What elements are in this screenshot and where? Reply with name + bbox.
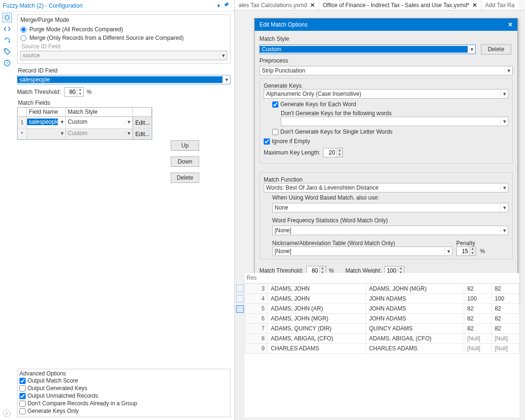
- pin-icon[interactable]: [222, 2, 231, 9]
- spin-up-icon[interactable]: ▲: [77, 88, 83, 92]
- nickname-value: [None]: [273, 248, 444, 255]
- penalty-input[interactable]: [457, 247, 469, 256]
- row1-edit-button[interactable]: Edit...: [133, 117, 152, 128]
- col-match-style: Match Style: [66, 108, 133, 116]
- dont-generate-dropdown[interactable]: ▾: [281, 117, 508, 126]
- source-id-value: source: [21, 52, 219, 59]
- when-word-dropdown[interactable]: None ▾: [272, 203, 508, 212]
- max-key-length-spinner[interactable]: ▲▼: [323, 148, 343, 157]
- panel-header: Fuzzy Match (2) - Configuration ▾: [0, 0, 234, 11]
- table-row[interactable]: 3ADAMS, JOHNADAMS, JOHN (MGR)8282: [245, 284, 519, 294]
- chevron-down-icon[interactable]: ▾: [500, 118, 508, 125]
- match-function-dropdown[interactable]: Words: Best Of Jaro & Levenshtein Distan…: [264, 183, 508, 192]
- chevron-down-icon[interactable]: ▾: [58, 130, 65, 137]
- cell-a: CHARLES ADAMS: [268, 344, 366, 354]
- table-row[interactable]: 6ADAMS, JOHN (MGR)JOHN ADAMS8282: [245, 314, 519, 324]
- row2-style-value: Custom: [66, 130, 125, 137]
- row-number: 3: [245, 284, 268, 294]
- row1-style-dropdown[interactable]: Custom ▾: [66, 117, 132, 127]
- spin-up-icon[interactable]: ▲: [398, 266, 404, 271]
- spin-up-icon[interactable]: ▲: [336, 148, 342, 153]
- chevron-down-icon[interactable]: ▾: [500, 227, 508, 234]
- purge-radio-input[interactable]: [20, 27, 27, 33]
- row2-style-dropdown[interactable]: Custom ▾: [66, 128, 132, 138]
- cell-c: 82: [464, 284, 492, 294]
- collapse-icon[interactable]: ▾: [215, 2, 222, 9]
- refresh-icon[interactable]: [3, 36, 11, 45]
- max-key-length-input[interactable]: [323, 148, 336, 157]
- nickname-dropdown[interactable]: [None] ▾: [272, 247, 452, 256]
- cell-b: JOHN ADAMS: [366, 294, 464, 304]
- table-row[interactable]: 5ADAMS, JOHN (AR)JOHN ADAMS8282: [245, 304, 519, 314]
- tab-add-tax-rate[interactable]: Add Tax Ra: [481, 0, 518, 10]
- spin-up-icon[interactable]: ▲: [320, 266, 326, 271]
- preprocess-dropdown[interactable]: Strip Punctuation ▾: [259, 66, 513, 75]
- chevron-down-icon[interactable]: ▾: [125, 119, 132, 125]
- merge-label: Merge (Only Records from a Different Sou…: [29, 35, 184, 41]
- up-button[interactable]: Up: [171, 140, 199, 151]
- close-icon[interactable]: ✕: [472, 2, 477, 9]
- down-button[interactable]: Down: [171, 156, 199, 167]
- record-id-dropdown[interactable]: salespeople ▾: [17, 75, 230, 84]
- results-view-1-icon[interactable]: [236, 284, 244, 292]
- spin-up-icon[interactable]: ▲: [470, 247, 476, 251]
- row1-field-dropdown[interactable]: salespeople ▾: [27, 117, 65, 127]
- table-row[interactable]: 7ADAMS, QUINCY (DIR)QUINCY ADAMS8282: [245, 324, 519, 334]
- merge-purge-group: Merge/Purge Mode Purge Mode (All Records…: [17, 14, 230, 64]
- spin-down-icon[interactable]: ▼: [336, 153, 342, 157]
- match-style-dropdown[interactable]: Custom ▾: [259, 45, 476, 54]
- chevron-down-icon[interactable]: ▾: [444, 248, 452, 255]
- dont-compare-group-checkbox[interactable]: Don't Compare Records Already in a Group: [19, 400, 228, 407]
- table-row[interactable]: 9CHARLES ADAMSCHARLES ADAMS[Null][Null]: [245, 344, 519, 354]
- merge-radio-input[interactable]: [20, 35, 27, 41]
- output-generated-keys-checkbox[interactable]: Output Generated Keys: [19, 384, 228, 392]
- generate-keys-dropdown[interactable]: Alphanumeric Only (Case Insensitive) ▾: [264, 89, 508, 99]
- chevron-down-icon[interactable]: ▾: [58, 119, 65, 125]
- row2-edit-button[interactable]: Edit...: [133, 128, 152, 139]
- config-body: Merge/Purge Mode Purge Mode (All Records…: [14, 11, 234, 420]
- chevron-down-icon[interactable]: ▾: [500, 91, 508, 97]
- help-icon[interactable]: ?: [3, 59, 11, 67]
- cell-d: [Null]: [492, 334, 519, 344]
- row2-field-dropdown[interactable]: ▾: [27, 128, 65, 138]
- close-icon[interactable]: ✕: [310, 2, 315, 9]
- table-row[interactable]: 8ADAMS, ABIGAIL (CFO)ADAMS, ABIGAIL (CFO…: [245, 334, 519, 344]
- results-view-3-icon[interactable]: [236, 305, 244, 313]
- code-icon[interactable]: [3, 25, 11, 33]
- tag-icon[interactable]: [3, 47, 11, 56]
- gear-icon[interactable]: [3, 13, 11, 22]
- chevron-down-icon[interactable]: ▾: [500, 204, 508, 211]
- table-row[interactable]: 4ADAMS, JOHNJOHN ADAMS100100: [245, 294, 519, 304]
- output-unmatched-checkbox[interactable]: Output Unmatched Records: [19, 392, 228, 400]
- match-threshold-spinner[interactable]: ▲▼: [64, 87, 84, 97]
- max-key-length-label: Maximum Key Length:: [264, 149, 320, 156]
- chevron-down-icon[interactable]: ▾: [500, 184, 508, 191]
- cell-a: ADAMS, ABIGAIL (CFO): [268, 334, 366, 344]
- validate-icon[interactable]: ✓: [3, 410, 10, 417]
- word-freq-dropdown[interactable]: [None] ▾: [272, 226, 508, 235]
- gen-each-word-checkbox[interactable]: Generate Keys for Each Word: [272, 100, 508, 108]
- merge-mode-radio[interactable]: Merge (Only Records from a Different Sou…: [20, 34, 227, 42]
- penalty-spinner[interactable]: ▲▼: [456, 247, 476, 256]
- output-match-score-checkbox[interactable]: Output Match Score: [19, 377, 228, 384]
- single-letter-checkbox[interactable]: Don't Generate Keys for Single Letter Wo…: [272, 128, 508, 136]
- match-threshold-input[interactable]: [64, 88, 77, 96]
- results-view-2-icon[interactable]: [236, 295, 244, 302]
- dont-generate-label: Don't Generate Keys for the following wo…: [281, 110, 508, 117]
- chevron-down-icon[interactable]: ▾: [505, 67, 512, 74]
- spin-down-icon[interactable]: ▼: [77, 92, 83, 96]
- purge-mode-radio[interactable]: Purge Mode (All Records Compared): [20, 25, 227, 34]
- generate-keys-only-checkbox[interactable]: Generate Keys Only: [19, 407, 228, 415]
- cell-b: ADAMS, ABIGAIL (CFO): [366, 334, 464, 344]
- tab-sales-tax-calc[interactable]: ales Tax Calculations.yxmd ✕: [235, 0, 319, 10]
- delete-button[interactable]: Delete: [171, 173, 199, 183]
- chevron-down-icon[interactable]: ▾: [468, 46, 475, 53]
- spin-down-icon[interactable]: ▼: [470, 251, 476, 256]
- style-delete-button[interactable]: Delete: [481, 44, 511, 55]
- ignore-empty-checkbox[interactable]: Ignore if Empty: [264, 137, 508, 145]
- close-icon[interactable]: ✕: [508, 21, 513, 28]
- tab-office-finance[interactable]: Office of Finance - Indirect Tax - Sales…: [319, 0, 481, 10]
- chevron-down-icon[interactable]: ▾: [222, 76, 230, 83]
- chevron-down-icon[interactable]: ▾: [125, 130, 132, 137]
- results-header: Res: [245, 273, 519, 283]
